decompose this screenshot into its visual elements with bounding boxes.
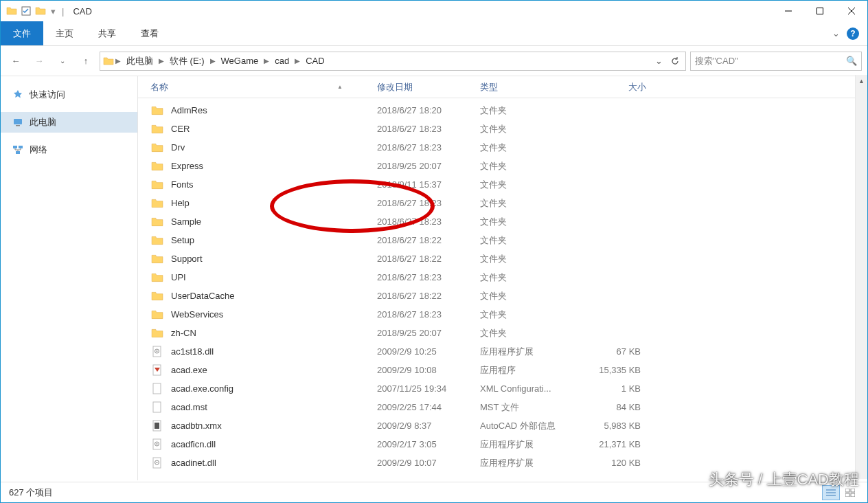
folder-icon — [150, 178, 164, 192]
view-details-button[interactable] — [822, 485, 840, 500]
file-row[interactable]: acad.exe.config2007/11/25 19:34XML Confi… — [150, 379, 867, 398]
ribbon-tab-view[interactable]: 查看 — [128, 21, 171, 45]
file-type: 文件夹 — [480, 253, 584, 265]
refresh-button[interactable] — [667, 54, 683, 69]
column-name[interactable]: 名称▲ — [150, 81, 377, 93]
file-date: 2009/2/9 10:08 — [377, 365, 480, 375]
up-button[interactable]: ↑ — [76, 52, 95, 71]
file-view: 名称▲ 修改日期 类型 大小 AdlmRes2018/6/27 18:20文件夹… — [138, 76, 867, 480]
file-type: 文件夹 — [480, 179, 584, 191]
file-row[interactable]: CER2018/6/27 18:23文件夹 — [150, 120, 867, 138]
column-date[interactable]: 修改日期 — [377, 81, 480, 93]
file-date: 2018/6/27 18:22 — [377, 254, 480, 264]
main-content: 快速访问 此电脑 网络 名称▲ 修改日期 类型 大小 AdlmRes2018/6… — [1, 76, 867, 480]
close-button[interactable] — [836, 1, 867, 21]
column-type[interactable]: 类型 — [480, 81, 584, 93]
file-row[interactable]: acadficn.dll2009/2/17 3:05应用程序扩展21,371 K… — [150, 435, 867, 454]
file-type: MST 文件 — [480, 401, 584, 414]
file-type: 文件夹 — [480, 309, 584, 321]
file-row[interactable]: Express2018/9/25 20:07文件夹 — [150, 157, 867, 175]
file-icon — [150, 401, 164, 414]
folder-icon — [150, 215, 164, 229]
file-row[interactable]: acadbtn.xmx2009/2/9 8:37AutoCAD 外部信息5,98… — [150, 416, 867, 435]
svg-rect-5 — [14, 119, 22, 124]
folder-icon — [150, 234, 164, 247]
file-date: 2018/6/27 18:23 — [377, 272, 480, 282]
history-dropdown[interactable]: ⌄ — [53, 52, 72, 71]
svg-point-20 — [157, 443, 158, 445]
qat-folder-icon[interactable] — [35, 5, 46, 16]
window-controls — [773, 1, 867, 21]
file-date: 2018/6/27 18:23 — [377, 309, 480, 320]
file-name: acadbtn.xmx — [171, 421, 377, 431]
ribbon-tab-file[interactable]: 文件 — [1, 21, 43, 45]
status-bar: 627 个项目 — [1, 482, 867, 502]
sidebar-quick-access[interactable]: 快速访问 — [1, 85, 137, 105]
scroll-up-icon[interactable]: ▲ — [856, 75, 867, 87]
file-row[interactable]: Drv2018/6/27 18:23文件夹 — [150, 138, 867, 157]
file-list[interactable]: AdlmRes2018/6/27 18:20文件夹CER2018/6/27 18… — [138, 98, 867, 480]
svg-rect-9 — [16, 151, 20, 154]
breadcrumb-item[interactable]: 此电脑 — [122, 52, 157, 70]
column-size[interactable]: 大小 — [584, 81, 646, 93]
minimize-button[interactable] — [773, 1, 804, 21]
address-bar[interactable]: ▶ 此电脑 ▶ 软件 (E:) ▶ WeGame ▶ cad ▶ CAD ⌄ — [100, 52, 686, 71]
svg-rect-28 — [851, 489, 855, 492]
view-thumbnails-button[interactable] — [841, 485, 859, 500]
file-row[interactable]: UserDataCache2018/6/27 18:22文件夹 — [150, 287, 867, 305]
back-button[interactable]: ← — [6, 52, 25, 71]
file-row[interactable]: UPI2018/6/27 18:23文件夹 — [150, 268, 867, 287]
file-row[interactable]: Sample2018/6/27 18:23文件夹 — [150, 212, 867, 231]
file-date: 2018/6/27 18:23 — [377, 142, 480, 153]
ribbon-collapse-icon[interactable]: ⌄ — [832, 28, 840, 38]
file-row[interactable]: acadinet.dll2009/2/9 10:07应用程序扩展120 KB — [150, 454, 867, 472]
qat-dropdown-icon[interactable]: ▾ — [51, 6, 56, 16]
breadcrumb-item[interactable]: CAD — [301, 52, 328, 70]
maximize-button[interactable] — [804, 1, 836, 21]
file-name: Help — [171, 198, 377, 208]
search-icon[interactable]: 🔍 — [846, 56, 857, 66]
sidebar-this-pc[interactable]: 此电脑 — [1, 112, 137, 133]
file-row[interactable]: acad.mst2009/2/25 17:44MST 文件84 KB — [150, 398, 867, 416]
file-name: Sample — [171, 216, 377, 227]
svg-point-12 — [157, 350, 158, 352]
breadcrumb-item[interactable]: 软件 (E:) — [165, 52, 209, 70]
ribbon-tab-home[interactable]: 主页 — [43, 21, 86, 45]
file-date: 2007/11/25 19:34 — [377, 383, 480, 394]
file-date: 2018/9/25 20:07 — [377, 328, 480, 338]
sidebar-network[interactable]: 网络 — [1, 139, 137, 160]
file-row[interactable]: zh-CN2018/9/25 20:07文件夹 — [150, 324, 867, 342]
file-size: 84 KB — [584, 402, 641, 412]
file-row[interactable]: Fonts2018/9/11 15:37文件夹 — [150, 175, 867, 194]
file-row[interactable]: Setup2018/6/27 18:22文件夹 — [150, 231, 867, 249]
svg-rect-14 — [153, 383, 161, 394]
network-icon — [12, 144, 24, 156]
folder-icon — [6, 5, 17, 16]
address-dropdown-icon[interactable]: ⌄ — [651, 54, 666, 69]
file-row[interactable]: WebServices2018/6/27 18:23文件夹 — [150, 305, 867, 324]
breadcrumb-item[interactable]: WeGame — [217, 52, 263, 70]
xmx-icon — [150, 419, 164, 433]
help-icon[interactable]: ? — [847, 27, 859, 40]
search-box[interactable]: 🔍 — [690, 52, 862, 71]
file-name: acad.exe — [171, 365, 377, 375]
file-name: Fonts — [171, 179, 377, 190]
folder-icon — [150, 308, 164, 322]
file-row[interactable]: ac1st18.dll2009/2/9 10:25应用程序扩展67 KB — [150, 342, 867, 361]
file-date: 2018/6/27 18:23 — [377, 124, 480, 134]
scrollbar[interactable]: ▲ — [855, 75, 867, 479]
properties-icon[interactable] — [21, 5, 32, 16]
config-icon — [150, 382, 164, 396]
ribbon-tab-share[interactable]: 共享 — [86, 21, 128, 45]
file-row[interactable]: AdlmRes2018/6/27 18:20文件夹 — [150, 101, 867, 120]
ribbon: 文件 主页 共享 查看 ⌄ ? — [1, 21, 867, 46]
navigation-bar: ← → ⌄ ↑ ▶ 此电脑 ▶ 软件 (E:) ▶ WeGame ▶ cad ▶… — [1, 46, 867, 76]
file-row[interactable]: acad.exe2009/2/9 10:08应用程序15,335 KB — [150, 361, 867, 379]
forward-button[interactable]: → — [30, 52, 49, 71]
search-input[interactable] — [695, 56, 846, 66]
breadcrumb-item[interactable]: cad — [271, 52, 293, 70]
file-row[interactable]: Support2018/6/27 18:22文件夹 — [150, 249, 867, 268]
file-size: 21,371 KB — [584, 439, 641, 449]
file-row[interactable]: Help2018/6/27 18:23文件夹 — [150, 194, 867, 212]
exe-icon — [150, 364, 164, 377]
